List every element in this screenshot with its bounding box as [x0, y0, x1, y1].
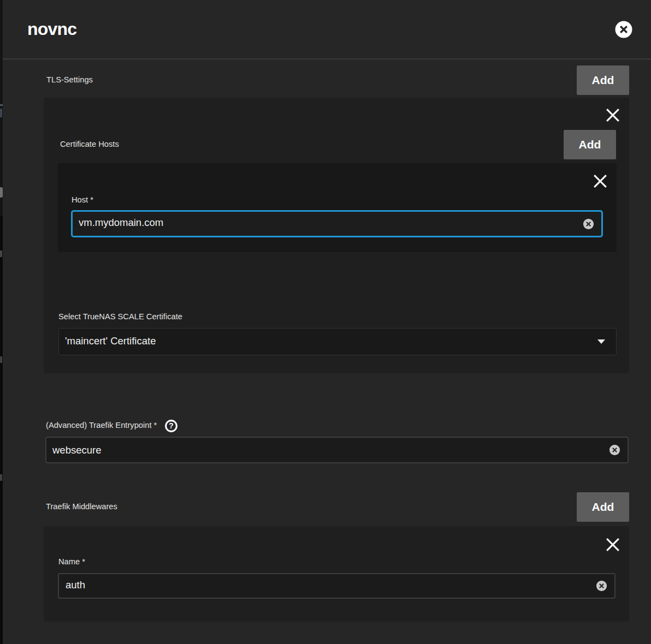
svg-text:?: ?	[169, 421, 174, 430]
